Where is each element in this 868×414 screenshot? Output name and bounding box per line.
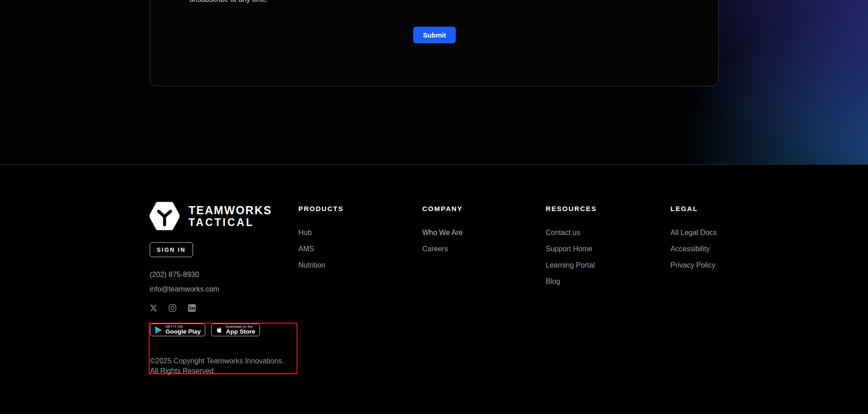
brand-name-line1: TEAMWORKS (189, 204, 272, 216)
link-hub[interactable]: Hub (298, 228, 311, 237)
link-ams[interactable]: AMS (298, 245, 314, 253)
teamworks-hexagon-logo-icon (150, 201, 179, 231)
instagram-icon (168, 304, 177, 312)
link-careers[interactable]: Careers (422, 245, 448, 253)
footer: TEAMWORKS TACTICAL SIGN IN (202) 875-893… (0, 164, 868, 414)
unsubscribe-note: unsubscribe at any time. (189, 0, 268, 4)
column-title-company: COMPANY (422, 204, 463, 213)
link-accessibility[interactable]: Accessibility (670, 245, 710, 253)
link-support-home[interactable]: Support Home (546, 245, 592, 253)
link-blog[interactable]: Blog (546, 277, 560, 286)
footer-column-company: COMPANY Who We Are Careers (422, 204, 463, 253)
submit-button[interactable]: Submit (413, 27, 456, 43)
app-badges: GET IT ON Google Play Download on the Ap… (150, 324, 260, 336)
email-link[interactable]: info@teamworks.com (150, 285, 219, 293)
linkedin-icon (188, 304, 196, 312)
apple-icon (216, 326, 223, 334)
brand-logo[interactable]: TEAMWORKS TACTICAL (150, 201, 272, 231)
footer-column-legal: LEGAL All Legal Docs Accessibility Priva… (670, 204, 717, 269)
social-links (150, 304, 196, 312)
column-title-products: PRODUCTS (298, 204, 344, 213)
footer-column-resources: RESOURCES Contact us Support Home Learni… (546, 204, 597, 286)
phone-link[interactable]: (202) 875-8930 (150, 270, 199, 279)
copyright-line1: ©2025 Copyright Teamworks Innovations. (150, 357, 284, 365)
app-store-badge[interactable]: Download on the App Store (211, 324, 260, 336)
link-who-we-are[interactable]: Who We Are (422, 228, 463, 237)
column-title-legal: LEGAL (670, 204, 698, 213)
google-play-badge[interactable]: GET IT ON Google Play (150, 324, 205, 336)
link-privacy-policy[interactable]: Privacy Policy (670, 261, 716, 269)
linkedin-social-link[interactable] (188, 304, 196, 312)
footer-column-products: PRODUCTS Hub AMS Nutrition (298, 204, 344, 269)
link-all-legal-docs[interactable]: All Legal Docs (670, 228, 717, 237)
link-contact-us[interactable]: Contact us (546, 228, 580, 237)
newsletter-section: unsubscribe at any time. Submit (0, 0, 868, 164)
brand-name-line2: TACTICAL (189, 216, 272, 228)
x-icon (150, 304, 157, 312)
page: unsubscribe at any time. Submit TEAMWORK… (0, 0, 868, 414)
google-play-store-name: Google Play (165, 329, 201, 335)
instagram-social-link[interactable] (168, 304, 177, 312)
app-store-store-name: App Store (226, 329, 255, 335)
google-play-icon (155, 326, 162, 334)
footer-container: TEAMWORKS TACTICAL SIGN IN (202) 875-893… (150, 165, 719, 414)
brand-name: TEAMWORKS TACTICAL (189, 204, 272, 228)
sign-in-button[interactable]: SIGN IN (150, 242, 193, 257)
column-title-resources: RESOURCES (546, 204, 597, 213)
link-nutrition[interactable]: Nutrition (298, 261, 326, 269)
copyright-line2: All Rights Reserved. (150, 367, 216, 375)
link-learning-portal[interactable]: Learning Portal (546, 261, 595, 269)
newsletter-card: unsubscribe at any time. Submit (150, 0, 719, 86)
copyright-notice: ©2025 Copyright Teamworks Innovations. A… (150, 356, 284, 376)
x-social-link[interactable] (150, 304, 157, 312)
